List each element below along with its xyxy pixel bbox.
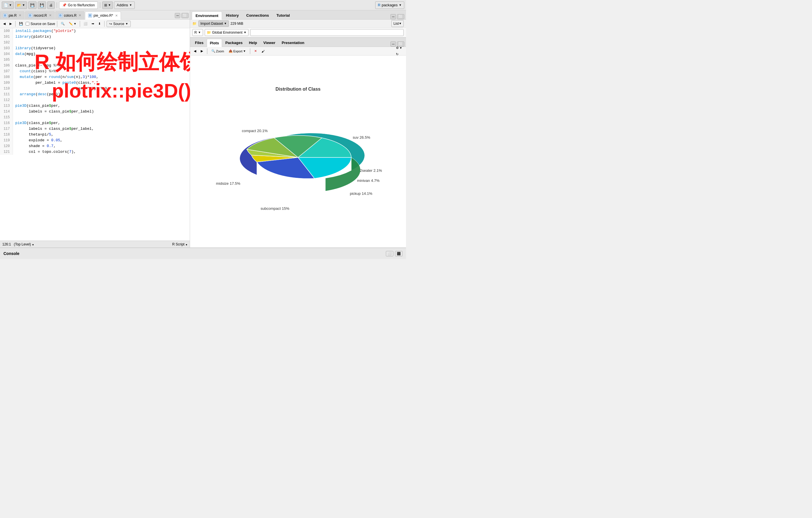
brush-btn[interactable]: 🖌 <box>260 48 266 54</box>
tab-pie-video-r[interactable]: R pie_video.R* ✕ <box>85 11 121 20</box>
code-line-116: 116 pie3D(class_pie$per, <box>0 120 190 126</box>
code-area[interactable]: 100 install.packages("plotrix") 101 libr… <box>0 28 190 241</box>
forward-plot-btn[interactable]: ▶ <box>199 48 204 54</box>
global-env-icon: 📁 <box>207 31 211 34</box>
forward-icon: ▶ <box>9 22 12 26</box>
find-replace-btn[interactable]: ✏️ ▼ <box>67 21 78 27</box>
minimize-env-btn[interactable]: ─ <box>390 14 396 19</box>
clear-plot-btn[interactable]: ✕ <box>253 48 258 54</box>
tab-pie-r-close[interactable]: ✕ <box>19 13 21 17</box>
maximize-editor-btn[interactable]: ⬜ <box>181 13 188 18</box>
script-type: R Script ⬥ <box>172 242 187 246</box>
script-type-dropdown[interactable]: ⬥ <box>185 242 187 246</box>
tab-record-r[interactable]: R record.R ✕ <box>25 11 55 19</box>
suv-label: suv 26.5% <box>353 135 370 140</box>
run-down-btn[interactable]: ⬇ <box>97 21 102 27</box>
go-to-file-btn[interactable]: 📌 Go to file/function <box>59 1 98 9</box>
back-btn[interactable]: ◀ <box>2 21 7 27</box>
pie-chart-svg: Distribution of Class <box>200 83 396 221</box>
line-content-111: arrange(desc(per)) <box>13 92 190 97</box>
source-on-save-checkbox[interactable] <box>26 22 29 26</box>
source-dropdown: ▼ <box>125 22 128 25</box>
zoom-btn[interactable]: 🔍 Zoom <box>210 48 226 54</box>
tab-presentation[interactable]: Presentation <box>279 38 308 47</box>
console-minimize-btn[interactable]: ⬜ <box>386 251 393 256</box>
tab-plots[interactable]: Plots <box>207 39 222 47</box>
save-icon: 💾 <box>30 3 34 7</box>
line-num-109: 109 <box>0 80 13 86</box>
code-line-120: 120 shade = 0.7, <box>0 143 190 149</box>
code-tools-btn[interactable]: ⬜ <box>82 21 89 27</box>
line-num-114: 114 <box>0 109 13 115</box>
save-btn[interactable]: 💾 <box>28 1 36 9</box>
line-num-100: 100 <box>0 28 13 34</box>
tab-viewer[interactable]: Viewer <box>260 38 279 47</box>
run-btn[interactable]: ➡ <box>90 21 95 27</box>
tab-pie-r[interactable]: R pie.R ✕ <box>0 11 25 19</box>
tab-tutorial[interactable]: Tutorial <box>273 11 294 19</box>
console-maximize-btn[interactable]: ⬛ <box>395 251 403 256</box>
r-icon-3: R <box>58 13 62 18</box>
line-num-102: 102 <box>0 40 13 45</box>
midsize-label: midsize 17.5% <box>216 181 240 186</box>
editor-status: 126:1 (Top Level) ⬥ R Script ⬥ <box>0 241 190 247</box>
line-num-104: 104 <box>0 51 13 57</box>
code-line-113: 113 pie3D(class_pie$per, <box>0 103 190 109</box>
tab-packages[interactable]: Packages <box>222 38 245 47</box>
search-box[interactable] <box>250 29 404 36</box>
top-level-dropdown[interactable]: ⬥ <box>32 242 34 246</box>
run-icon: ➡ <box>92 22 94 26</box>
settings-btn[interactable]: ⚙ ▼ <box>395 45 404 51</box>
code-line-101: 101 library(plotrix) <box>0 34 190 40</box>
run-down-icon: ⬇ <box>98 22 101 26</box>
r-packages-btn[interactable]: R packages ▼ <box>375 1 404 9</box>
search-input[interactable] <box>252 31 402 34</box>
list-view-btn[interactable]: List ▼ <box>391 20 404 27</box>
r-dropdown[interactable]: R ▼ <box>192 29 203 36</box>
source-btn[interactable]: ↪ Source ▼ <box>107 21 131 27</box>
new-script-btn[interactable]: 📄 ▼ <box>2 1 14 9</box>
print-btn[interactable]: 🖨 <box>47 1 55 9</box>
tab-help[interactable]: Help <box>245 38 260 47</box>
line-num-111: 111 <box>0 92 13 97</box>
back-icon: ◀ <box>3 22 5 26</box>
tab-connections[interactable]: Connections <box>242 11 273 19</box>
r-icon-2: R <box>28 13 32 18</box>
console-label: Console <box>3 251 19 256</box>
tab-history[interactable]: History <box>222 11 242 19</box>
grid-btn[interactable]: ⊞ ▼ <box>102 1 113 9</box>
tab-colors-r-close[interactable]: ✕ <box>79 13 81 17</box>
line-num-116: 116 <box>0 120 13 126</box>
save-all-btn[interactable]: 💾 <box>38 1 46 9</box>
addins-btn[interactable]: Addins ▼ <box>114 1 135 9</box>
tab-record-r-close[interactable]: ✕ <box>49 13 52 17</box>
line-content-109: per_label = paste0(class,",", <box>13 80 190 86</box>
line-num-105: 105 <box>0 57 13 63</box>
forward-btn[interactable]: ▶ <box>8 21 13 27</box>
r-packages-label: packages <box>381 3 398 7</box>
tab-colors-r[interactable]: R colors.R ✕ <box>55 11 84 19</box>
cursor-position: 126:1 <box>2 242 11 246</box>
global-env-dropdown[interactable]: 📁 Global Environment ▼ <box>205 29 249 36</box>
global-env-dropdown-icon: ▼ <box>243 31 246 34</box>
source-label: Source <box>113 22 124 26</box>
tab-files[interactable]: Files <box>192 38 207 47</box>
tab-pie-video-r-close[interactable]: ✕ <box>115 14 118 18</box>
code-line-105: 105 <box>0 57 190 63</box>
line-content-106: class_pie <- mpg %>% <box>13 63 190 68</box>
back-plot-btn[interactable]: ◀ <box>192 48 198 54</box>
import-dataset-btn[interactable]: Import Dataset ▼ <box>198 21 229 27</box>
tab-presentation-label: Presentation <box>282 40 304 45</box>
maximize-env-btn[interactable]: ⬜ <box>397 14 404 19</box>
line-num-118: 118 <box>0 132 13 138</box>
save-file-btn[interactable]: 💾 <box>18 21 25 27</box>
import-dataset-label: Import Dataset <box>200 22 223 26</box>
search-btn[interactable]: 🔍 <box>59 21 66 27</box>
forward-plot-icon: ▶ <box>201 49 203 53</box>
open-btn[interactable]: 📂 ▼ <box>15 1 27 9</box>
minimize-editor-btn[interactable]: ─ <box>175 13 180 18</box>
tab-environment[interactable]: Environment <box>192 11 222 20</box>
go-to-file-label: Go to file/function <box>68 3 95 7</box>
save-file-icon: 💾 <box>19 22 23 26</box>
export-btn[interactable]: 📤 Export ▼ <box>227 48 248 54</box>
